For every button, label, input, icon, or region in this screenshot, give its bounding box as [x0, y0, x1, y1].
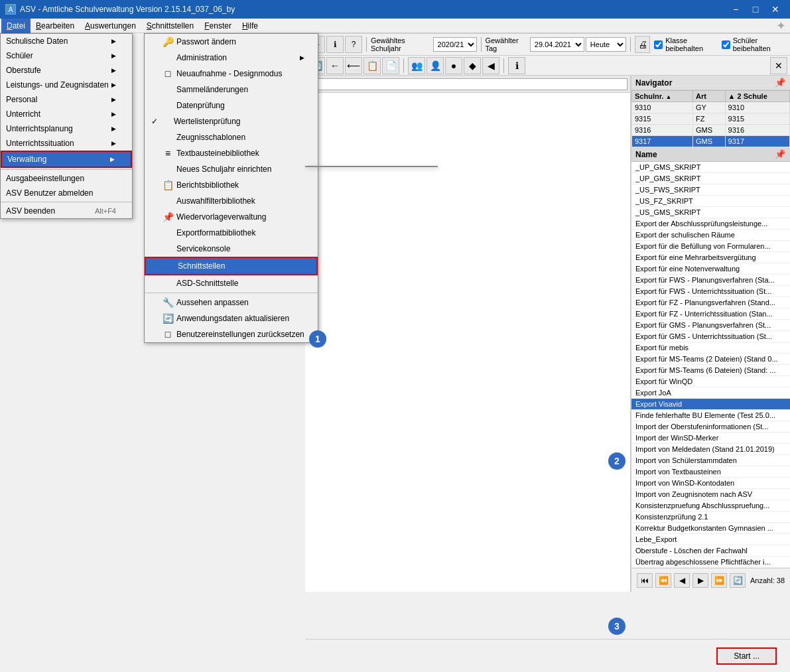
dd-leistungs[interactable]: Leistungs- und Zeugnisdaten ▶: [1, 78, 132, 92]
list-item[interactable]: Oberstufe - Löschen der Fachwahl: [631, 545, 790, 557]
col-schule[interactable]: ▲ 2 Schule: [725, 91, 789, 102]
tb2-paste[interactable]: 📄: [382, 57, 399, 74]
tb2-close[interactable]: ✕: [770, 57, 787, 74]
list-item[interactable]: Export für eine Mehrarbeitsvergütung: [631, 252, 790, 263]
tb2-back[interactable]: ←: [326, 57, 344, 74]
start-button[interactable]: Start ...: [716, 647, 777, 665]
list-item[interactable]: Export für WinQD: [631, 376, 790, 387]
menu-bearbeiten[interactable]: Bearbeiten: [31, 19, 80, 33]
tb2-back2[interactable]: ⟵: [345, 57, 362, 74]
list-item[interactable]: Export für FWS - Unterrichtssituation (S…: [631, 286, 790, 297]
dd-asv-benutzer[interactable]: ASV Benutzer abmelden: [1, 186, 132, 200]
list-item[interactable]: Export der schulischen Räume: [631, 230, 790, 241]
navigator-pin[interactable]: 📌: [775, 78, 786, 88]
vd-datenpruefung[interactable]: Datenprüfung: [145, 98, 318, 113]
vd-benutzereinstellungen[interactable]: □ Benutzereinstellungen zurücksetzen: [145, 326, 318, 342]
list-item[interactable]: Übertrag abgeschlossene Pflichtfächer i.…: [631, 557, 790, 568]
vd-wertelisten[interactable]: ✓ Wertelistenprüfung: [145, 113, 318, 129]
filter-input[interactable]: [308, 78, 627, 90]
col-schulnr[interactable]: Schulnr. ▲: [632, 91, 693, 102]
list-item[interactable]: Konsistenzprüfung 2.1: [631, 511, 790, 523]
nav-nextnext-button[interactable]: ⏩: [711, 573, 727, 588]
list-item[interactable]: Export für MS-Teams (2 Dateien) (Stand 0…: [631, 354, 790, 365]
dd-asv-beenden[interactable]: ASV beenden Alt+F4: [1, 204, 132, 218]
vd-administration[interactable]: Administration ▶: [145, 50, 318, 66]
nav-refresh-button[interactable]: 🔄: [730, 573, 746, 588]
vd-servicekonsole[interactable]: Servicekonsole: [145, 241, 318, 257]
list-item[interactable]: _UP_GMS_SKRIPT: [631, 173, 790, 184]
minimize-button[interactable]: −: [726, 3, 745, 16]
list-item[interactable]: Export für GMS - Planungsverfahren (St..…: [631, 320, 790, 331]
help-button[interactable]: ?: [345, 36, 362, 53]
printer-button[interactable]: 🖨: [635, 36, 650, 53]
tb2-info2[interactable]: ℹ: [508, 57, 525, 74]
vd-neuaufnahme[interactable]: □ Neuaufnahme - Designmodus: [145, 66, 318, 82]
vd-anwendungsdaten[interactable]: 🔄 Anwendungsdaten aktualisieren: [145, 310, 318, 326]
list-item[interactable]: _US_FWS_SKRIPT: [631, 184, 790, 196]
list-item[interactable]: _UP_GMS_SKRIPT: [631, 162, 790, 173]
dd-oberstufe[interactable]: Oberstufe ▶: [1, 63, 132, 78]
list-item[interactable]: Import der WinSD-Merker: [631, 433, 790, 444]
dd-schueler[interactable]: Schüler ▶: [1, 48, 132, 63]
list-item[interactable]: Import der Oberstufeninformationen (St..…: [631, 421, 790, 433]
dd-unterricht[interactable]: Unterricht ▶: [1, 107, 132, 121]
menu-schnittstellen[interactable]: Schnittstellen: [141, 19, 199, 33]
list-item[interactable]: Lebe_Export: [631, 534, 790, 545]
tb2-people[interactable]: 👥: [408, 57, 425, 74]
list-item[interactable]: Export für MS-Teams (6 Dateien) (Stand: …: [631, 365, 790, 376]
list-item[interactable]: Export für die Befüllung von Formularen.…: [631, 241, 790, 252]
list-item[interactable]: Export der Abschlussprüfungsleistunge...: [631, 218, 790, 230]
vd-asd-schnittstelle[interactable]: ASD-Schnittstelle: [145, 275, 318, 291]
nav-prevprev-button[interactable]: ⏪: [655, 573, 671, 588]
list-item-selected[interactable]: Export Visavid: [631, 399, 790, 410]
vd-passwort[interactable]: 🔑 Passwort ändern: [145, 34, 318, 50]
heute-select[interactable]: Heute: [586, 37, 627, 52]
dd-verwaltung[interactable]: Verwaltung ▶: [1, 151, 132, 168]
menu-fenster[interactable]: Fenster: [199, 19, 237, 33]
list-item[interactable]: Export für GMS - Unterrichtssituation (S…: [631, 331, 790, 342]
list-item[interactable]: Export für eine Notenverwaltung: [631, 263, 790, 275]
dd-unterrichtssituation[interactable]: Unterrichtssituation ▶: [1, 136, 132, 151]
col-art[interactable]: Art: [692, 91, 725, 102]
list-item[interactable]: Export für FZ - Planungsverfahren (Stand…: [631, 297, 790, 308]
schueler-checkbox[interactable]: [722, 40, 730, 49]
dd-schulische-daten[interactable]: Schulische Daten ▶: [1, 34, 132, 48]
vd-schnittstellen[interactable]: Schnittstellen: [145, 257, 318, 275]
dd-ausgabeeinstellungen[interactable]: Ausgabeeinstellungen: [1, 171, 132, 186]
maximize-button[interactable]: □: [746, 3, 765, 16]
vd-zeugnisschablonen[interactable]: Zeugnisschablonen: [145, 129, 318, 145]
list-item[interactable]: _US_FZ_SKRIPT: [631, 196, 790, 207]
dd-unterrichtsplanung[interactable]: Unterrichtsplanung ▶: [1, 121, 132, 136]
vd-sammelaenderungen[interactable]: Sammeländerungen: [145, 82, 318, 98]
tb2-arrow[interactable]: ◀: [482, 57, 499, 74]
vd-aussehen[interactable]: 🔧 Aussehen anpassen: [145, 295, 318, 310]
vd-textbaustein[interactable]: ≡ Textbausteinebibliothek: [145, 145, 318, 161]
vd-berichtsbibliothek[interactable]: 📋 Berichtsbibliothek: [145, 177, 318, 193]
info-button[interactable]: ℹ: [326, 36, 344, 53]
dd-personal[interactable]: Personal ▶: [1, 92, 132, 107]
vd-exportformat[interactable]: Exportformatbibliothek: [145, 225, 318, 241]
tag-select[interactable]: 29.04.2021: [530, 37, 584, 52]
menu-hilfe[interactable]: Hilfe: [237, 19, 263, 33]
vd-neues-schuljahr[interactable]: Neues Schuljahr einrichten: [145, 161, 318, 177]
list-item[interactable]: Import von Zeugnisnotem nach ASV: [631, 489, 790, 500]
klasse-checkbox[interactable]: [654, 40, 663, 49]
nav-row[interactable]: 9310GY9310: [632, 102, 790, 113]
vd-wiedervorlage[interactable]: 📌 Wiedervorlageverwaltung: [145, 209, 318, 225]
list-item[interactable]: Import von Textbausteinen: [631, 466, 790, 478]
nav-first-button[interactable]: ⏮: [637, 573, 653, 588]
list-item[interactable]: Konsistenzpruefung Abschlusspruefung...: [631, 500, 790, 511]
list-item[interactable]: Export für mebis: [631, 342, 790, 354]
list-item[interactable]: Import von WinSD-Kontodaten: [631, 478, 790, 489]
list-item[interactable]: _US_GMS_SKRIPT: [631, 207, 790, 218]
nav-row-selected[interactable]: 9317GMS9317: [632, 136, 790, 147]
name-pin[interactable]: 📌: [775, 149, 786, 159]
menu-auswertungen[interactable]: Auswertungen: [80, 19, 141, 33]
list-item[interactable]: Export für FWS - Planungsverfahren (Sta.…: [631, 275, 790, 286]
schuljahr-select[interactable]: 2020/21: [433, 37, 477, 52]
tb2-diamond[interactable]: ◆: [464, 57, 481, 74]
list-item[interactable]: Export JoA: [631, 387, 790, 399]
list-item[interactable]: Export für FZ - Unterrichtssituation (St…: [631, 308, 790, 320]
tb2-person[interactable]: 👤: [427, 57, 444, 74]
tb2-group[interactable]: ●: [445, 57, 462, 74]
